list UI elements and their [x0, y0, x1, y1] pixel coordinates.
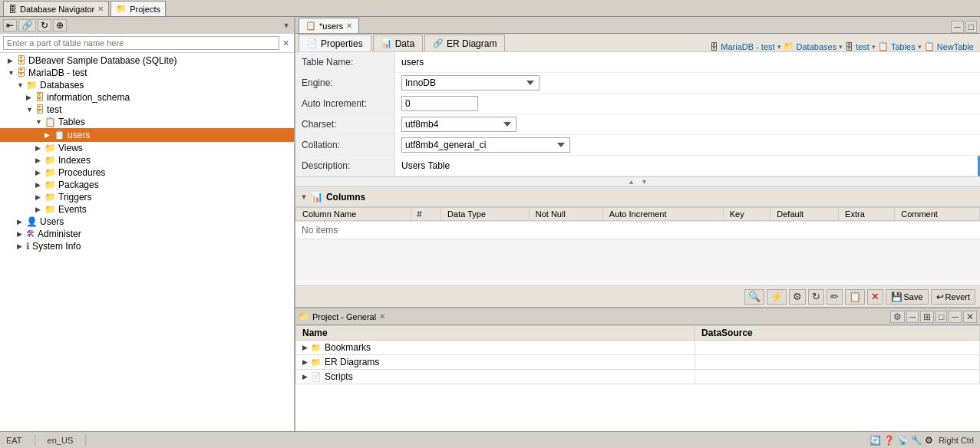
status-icon-4[interactable]: 🔧: [911, 435, 922, 446]
tree-item-events[interactable]: ▶ 📁 Events: [0, 203, 294, 216]
bp-expand-icon[interactable]: ⊞: [920, 311, 934, 323]
info-schema-db-icon: 🗄: [35, 92, 45, 103]
bp-maximize-icon[interactable]: □: [935, 311, 947, 323]
scripts-icon: 📄: [311, 372, 322, 382]
search-clear-icon[interactable]: ✕: [281, 38, 291, 48]
save-button[interactable]: 💾 Save: [886, 289, 929, 305]
collapse-all-icon[interactable]: ⇤: [3, 19, 17, 31]
procedures-folder-icon: 📁: [45, 167, 56, 178]
tab-properties[interactable]: 📄 Properties: [299, 35, 371, 51]
tree-item-triggers[interactable]: ▶ 📁 Triggers: [0, 191, 294, 203]
projects-tab[interactable]: 📁 Projects: [111, 1, 166, 16]
columns-toolbar: 🔍 ⚡ ⚙ ↻ ✏ 📋 ✕ 💾 Save ↩ Revert: [295, 285, 980, 307]
scroll-indicator[interactable]: ▲ ▼: [295, 176, 980, 187]
description-input[interactable]: [401, 160, 972, 171]
users-tab-icon: 📋: [305, 21, 316, 31]
col-header-comment: Comment: [895, 208, 980, 221]
bp-close2-icon[interactable]: ✕: [963, 311, 977, 323]
tree-item-databases[interactable]: ▼ 📁 Databases: [0, 79, 294, 91]
panel-menu-icon[interactable]: ▾: [282, 20, 291, 31]
scripts-cell: ▶ 📄 Scripts: [296, 370, 695, 384]
tree-item-administer[interactable]: ▶ 🛠 Administer: [0, 228, 294, 240]
scripts-ds-cell: [695, 370, 980, 384]
bookmarks-cell: ▶ 📁 Bookmarks: [296, 341, 695, 355]
tree-item-dbeaver[interactable]: ▶ 🗄 DBeaver Sample Database (SQLite): [0, 54, 294, 67]
bookmarks-ds-cell: [695, 341, 980, 355]
bp-min2-icon[interactable]: ─: [949, 311, 962, 323]
settings-icon[interactable]: ⚙: [789, 289, 806, 305]
breadcrumb-dropdown-4[interactable]: ▾: [918, 43, 922, 51]
db-navigator-tab[interactable]: 🗄 Database Navigator ✕: [3, 1, 109, 16]
search-input[interactable]: [3, 36, 279, 50]
refresh-icon[interactable]: ↻: [808, 289, 824, 305]
bp-settings-icon[interactable]: ⚙: [890, 311, 905, 323]
bottom-close-icon[interactable]: ✕: [379, 312, 385, 321]
erdiagrams-icon: 📁: [311, 357, 322, 367]
users-tab[interactable]: 📋 *users ✕: [299, 18, 359, 33]
eat-status: EAT: [6, 436, 22, 445]
copy-icon[interactable]: 📋: [845, 289, 865, 305]
filter-icon[interactable]: 🔍: [744, 289, 764, 305]
tree-item-tables[interactable]: ▼ 📋 Tables: [0, 116, 294, 128]
erdiagrams-label: ER Diagrams: [325, 357, 379, 367]
breadcrumb-dropdown-3[interactable]: ▾: [872, 43, 876, 51]
table-name-input[interactable]: [401, 57, 974, 68]
tree-item-test[interactable]: ▼ 🗄 test: [0, 104, 294, 116]
status-icon-2[interactable]: ❓: [883, 435, 895, 446]
table-row[interactable]: ▶ 📄 Scripts: [296, 370, 980, 384]
table-row[interactable]: ▶ 📁 ER Diagrams: [296, 355, 980, 370]
delete-icon[interactable]: ✕: [867, 289, 883, 305]
breadcrumb-tables[interactable]: Tables: [891, 42, 916, 51]
charset-select[interactable]: utf8mb4 utf8 latin1: [401, 117, 516, 132]
tree-item-sysinfo[interactable]: ▶ ℹ System Info: [0, 240, 294, 252]
administer-arrow-icon: ▶: [17, 230, 26, 238]
users-tab-close-icon[interactable]: ✕: [346, 21, 352, 30]
breadcrumb-databases[interactable]: Databases: [797, 42, 837, 51]
auto-increment-input[interactable]: [401, 96, 478, 111]
status-icon-1[interactable]: 🔄: [869, 435, 881, 446]
databases-label: Databases: [40, 80, 84, 91]
info-schema-arrow-icon: ▶: [26, 94, 35, 101]
tree-item-users[interactable]: ▶ 📋 users: [0, 128, 294, 142]
charset-label: Charset:: [295, 114, 395, 134]
link-editor-icon[interactable]: 🔗: [18, 19, 36, 31]
collation-select[interactable]: utf8mb4_general_ci utf8mb4_unicode_ci ut…: [401, 137, 570, 153]
users-root-folder-icon: 👤: [26, 216, 38, 227]
tab-er-diagram[interactable]: 🔗 ER Diagram: [424, 35, 505, 51]
bookmarks-arrow-icon: ▶: [302, 344, 308, 351]
table-row[interactable]: ▶ 📁 Bookmarks: [296, 341, 980, 355]
tree-item-views[interactable]: ▶ 📁 Views: [0, 142, 294, 154]
rp-maximize-icon[interactable]: □: [965, 21, 977, 33]
new-connection-icon[interactable]: ⊕: [53, 19, 67, 31]
tree-item-procedures[interactable]: ▶ 📁 Procedures: [0, 166, 294, 179]
engine-select[interactable]: InnoDB MyISAM MEMORY: [401, 75, 539, 91]
project-col-datasource: DataSource: [695, 326, 980, 341]
breadcrumb-dropdown-2[interactable]: ▾: [839, 43, 843, 51]
tree-item-mariadb[interactable]: ▼ 🗄 MariaDB - test: [0, 67, 294, 79]
revert-button[interactable]: ↩ Revert: [931, 289, 975, 305]
breadcrumb-dropdown-1[interactable]: ▾: [777, 43, 781, 51]
filter2-icon[interactable]: ⚡: [767, 289, 787, 305]
rp-minimize-icon[interactable]: ─: [951, 21, 964, 33]
col-header-extra: Extra: [839, 208, 895, 221]
breadcrumb-mariadb[interactable]: MariaDB - test: [721, 42, 774, 51]
tree-item-indexes[interactable]: ▶ 📁 Indexes: [0, 154, 294, 166]
status-icon-5[interactable]: ⚙: [925, 435, 933, 446]
tree-item-info-schema[interactable]: ▶ 🗄 information_schema: [0, 91, 294, 104]
project-table-container: Name DataSource ▶ 📁: [295, 325, 980, 431]
breadcrumb-test[interactable]: test: [856, 42, 869, 51]
columns-expand-icon[interactable]: ▼: [300, 193, 308, 201]
tree-item-packages[interactable]: ▶ 📁 Packages: [0, 179, 294, 191]
tab-data[interactable]: 📊 Data: [373, 35, 423, 51]
administer-label: Administer: [38, 229, 81, 239]
add-icon[interactable]: ✏: [827, 289, 843, 305]
bp-minimize-icon[interactable]: ─: [906, 311, 919, 323]
sync-icon[interactable]: ↻: [38, 19, 51, 31]
info-schema-label: information_schema: [47, 92, 130, 103]
tree-item-users-root[interactable]: ▶ 👤 Users: [0, 216, 294, 228]
packages-arrow-icon: ▶: [35, 181, 45, 189]
status-icon-3[interactable]: 📡: [897, 435, 909, 446]
packages-label: Packages: [58, 180, 99, 190]
breadcrumb-newtable[interactable]: NewTable: [937, 42, 974, 51]
db-nav-close-icon[interactable]: ✕: [97, 5, 104, 13]
